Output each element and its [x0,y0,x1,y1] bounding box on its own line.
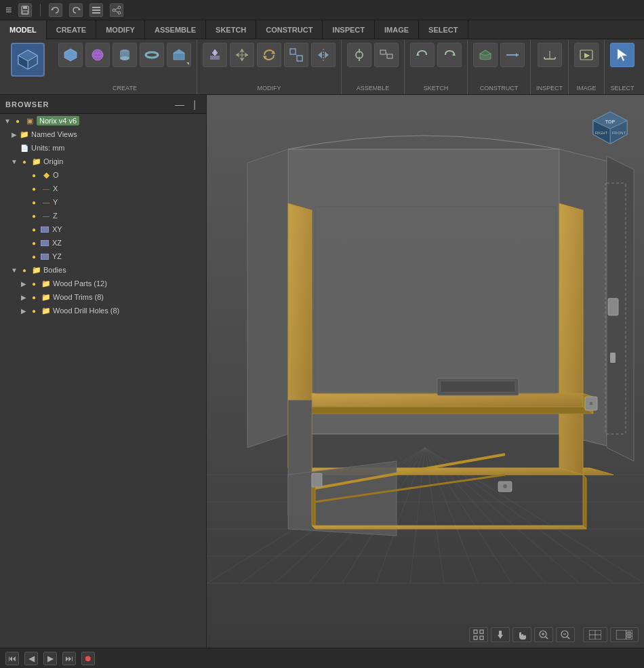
wood-parts-arrow[interactable] [19,279,28,288]
nav-record-button[interactable]: ⏺ [81,652,95,665]
share-button[interactable] [110,3,123,17]
xz-eye-icon[interactable]: ● [28,237,39,248]
tab-inspect[interactable]: INSPECT [323,20,375,39]
y-eye-icon[interactable]: ● [28,197,39,208]
xy-eye-icon[interactable]: ● [28,224,39,235]
tree-root-item[interactable]: ● ▣ Norix v4 v6 [0,114,206,127]
sphere-tool-button[interactable] [85,43,110,67]
wood-trims-item[interactable]: ● 📁 Wood Trims (8) [0,290,206,304]
wood-drill-holes-label: Wood Drill Holes (8) [53,307,119,315]
viewport-pan-button[interactable] [491,627,510,642]
box-tool-button[interactable] [58,43,83,67]
torus-tool-button[interactable] [140,43,164,67]
axis-construct-button[interactable] [500,43,525,67]
mirror-button[interactable] [311,43,336,67]
z-label: Z [53,212,58,220]
axis-z-item[interactable]: ● — Z [0,209,206,222]
wood-drill-holes-arrow[interactable] [19,306,28,315]
tab-create[interactable]: CREATE [47,20,96,39]
z-eye-icon[interactable]: ● [28,210,39,221]
hamburger-menu-icon[interactable]: ≡ [5,4,12,16]
save-button[interactable] [18,3,32,17]
origin-item[interactable]: ● 📁 Origin [0,155,206,168]
tab-select[interactable]: SELECT [419,20,468,39]
sketch-redo-button[interactable] [437,43,462,67]
plane-construct-button[interactable] [473,43,498,67]
select-button[interactable] [610,43,635,67]
wood-parts-item[interactable]: ● 📁 Wood Parts (12) [0,277,206,290]
root-folder-icon: ▣ [24,115,35,126]
viewport[interactable]: TOP FRONT RIGHT [207,95,644,648]
cylinder-tool-button[interactable] [113,43,137,67]
cube-navigator[interactable]: TOP FRONT RIGHT [590,109,630,149]
axis-x-item[interactable]: ● — X [0,182,206,195]
root-expand-arrow[interactable] [3,116,12,125]
redo-button[interactable] [69,3,83,17]
svg-marker-24 [174,53,184,60]
move-button[interactable] [230,43,254,67]
tab-image[interactable]: IMAGE [375,20,419,39]
named-views-label: Named Views [31,130,77,138]
rotate-button[interactable] [257,43,281,67]
bodies-item[interactable]: ● 📁 Bodies [0,263,206,277]
svg-point-22 [120,56,129,60]
browser-collapse-button[interactable]: — [174,98,186,111]
named-views-arrow[interactable] [9,130,19,139]
svg-rect-41 [380,50,386,54]
origin-eye-icon[interactable]: ● [19,156,30,167]
bodies-eye-icon[interactable]: ● [19,264,30,275]
x-eye-icon[interactable]: ● [28,183,39,194]
joint-button[interactable] [347,43,371,67]
yz-eye-icon[interactable]: ● [28,251,39,262]
wood-drill-holes-eye-icon[interactable]: ● [28,305,39,316]
tab-sketch[interactable]: SKETCH [206,20,256,39]
wood-trims-arrow[interactable] [19,292,28,302]
viewport-layout-1-button[interactable] [583,627,607,642]
nav-next-button[interactable]: ▶ [43,652,57,665]
push-pull-button[interactable] [203,43,227,67]
model-cube[interactable] [11,43,45,77]
origin-arrow[interactable] [9,157,19,166]
o-eye-icon[interactable]: ● [28,170,39,180]
plane-xy-item[interactable]: ● XY [0,222,206,236]
settings-button[interactable] [89,3,103,17]
select-group: SELECT [605,40,640,94]
viewport-zoom-out-button[interactable] [556,627,575,642]
sketch-group: SKETCH [405,40,468,94]
model-group [3,40,53,94]
sketch-undo-button[interactable] [410,43,435,67]
scale-button[interactable] [284,43,308,67]
measure-button[interactable] [538,43,562,67]
tab-assemble[interactable]: ASSEMBLE [145,20,206,39]
units-item[interactable]: 📄 Units: mm [0,141,206,155]
axis-y-item[interactable]: ● — Y [0,195,206,209]
nav-prev-button[interactable]: ◀ [24,652,38,665]
bodies-arrow[interactable] [9,265,19,275]
undo-button[interactable] [49,3,62,17]
tab-modify[interactable]: MODIFY [96,20,145,39]
plane-tool-button[interactable] [167,43,191,67]
nav-last-button[interactable]: ⏭ [62,652,76,665]
tab-model[interactable]: MODEL [0,20,47,39]
render-button[interactable] [574,43,599,67]
browser-pin-button[interactable]: | [188,98,201,111]
named-views-item[interactable]: 📁 Named Views [0,127,206,141]
wood-drill-holes-item[interactable]: ● 📁 Wood Drill Holes (8) [0,304,206,317]
plane-xz-item[interactable]: ● XZ [0,236,206,250]
wood-trims-eye-icon[interactable]: ● [28,292,39,302]
viewport-layout-2-button[interactable] [610,627,639,642]
nav-first-button[interactable]: ⏮ [5,652,19,665]
tab-construct[interactable]: CONSTRUCT [256,20,323,39]
yz-label: YZ [52,252,62,260]
viewport-hand-button[interactable] [512,627,531,642]
yz-plane-icon [41,254,49,260]
plane-yz-item[interactable]: ● YZ [0,250,206,263]
root-eye-icon[interactable]: ● [12,115,23,126]
align-button[interactable] [374,43,399,67]
wood-parts-eye-icon[interactable]: ● [28,278,39,289]
bodies-label: Bodies [43,266,66,274]
assemble-label: ASSEMBLE [357,85,390,92]
viewport-zoom-in-button[interactable] [534,627,553,642]
origin-point-item[interactable]: ● ◆ O [0,168,206,182]
viewport-fit-button[interactable] [469,627,488,642]
